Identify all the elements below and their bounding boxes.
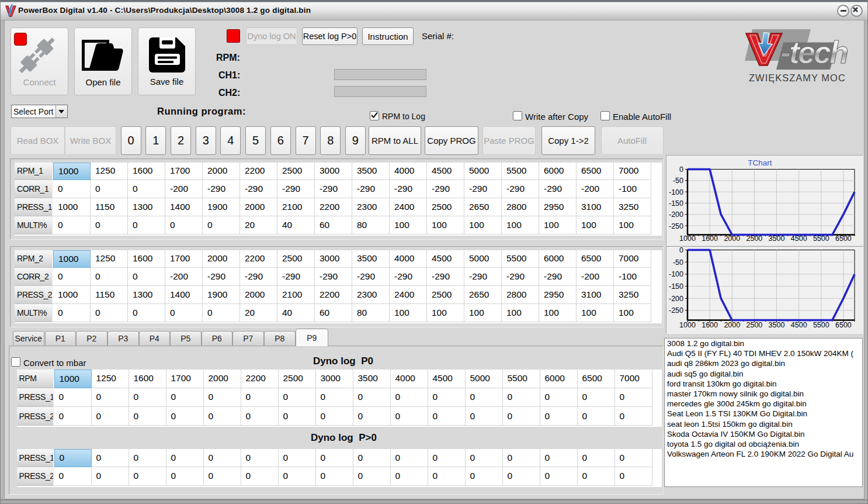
svg-text:1600: 1600 xyxy=(702,234,718,243)
svg-text:1000: 1000 xyxy=(679,321,696,329)
svg-text:-150: -150 xyxy=(669,199,683,207)
svg-text:-250: -250 xyxy=(669,222,683,230)
svg-text:-200: -200 xyxy=(669,294,683,302)
svg-text:1000: 1000 xyxy=(679,234,696,243)
svg-text:0: 0 xyxy=(679,247,683,254)
svg-text:TChart: TChart xyxy=(748,158,772,167)
svg-text:2500: 2500 xyxy=(746,234,762,243)
svg-text:3500: 3500 xyxy=(769,321,785,329)
svg-text:-100: -100 xyxy=(669,270,683,278)
svg-text:-50: -50 xyxy=(673,258,683,266)
svg-text:-50: -50 xyxy=(673,177,683,185)
svg-text:2000: 2000 xyxy=(724,321,740,329)
svg-text:3500: 3500 xyxy=(769,234,785,243)
svg-text:ZWIĘKSZAMY MOC: ZWIĘKSZAMY MOC xyxy=(749,73,846,83)
svg-text:-200: -200 xyxy=(669,210,683,219)
svg-text:5500: 5500 xyxy=(813,321,829,329)
svg-text:2500: 2500 xyxy=(746,321,762,329)
svg-text:4500: 4500 xyxy=(791,321,807,329)
svg-text:4500: 4500 xyxy=(791,234,807,243)
svg-text:6500: 6500 xyxy=(835,234,852,243)
svg-text:5500: 5500 xyxy=(813,234,829,243)
svg-text:1600: 1600 xyxy=(702,321,718,329)
svg-text:-tech: -tech xyxy=(780,34,848,70)
svg-text:-100: -100 xyxy=(669,188,683,196)
svg-text:6500: 6500 xyxy=(835,321,852,329)
svg-text:2000: 2000 xyxy=(724,234,740,243)
svg-text:-250: -250 xyxy=(669,306,683,315)
svg-text:0: 0 xyxy=(679,165,683,174)
svg-text:-150: -150 xyxy=(669,282,683,291)
